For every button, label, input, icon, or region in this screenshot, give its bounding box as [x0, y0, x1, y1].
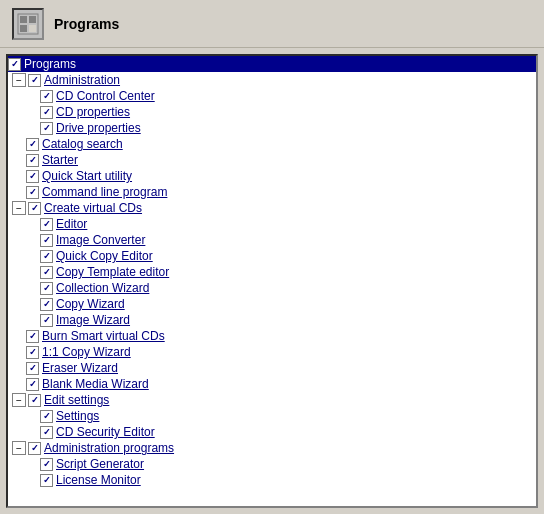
- checkbox-cd-security-editor[interactable]: [40, 426, 53, 439]
- label-starter: Starter: [42, 153, 78, 167]
- checkbox-script-generator[interactable]: [40, 458, 53, 471]
- label-eraser-wizard: Eraser Wizard: [42, 361, 118, 375]
- tree-item-script-generator[interactable]: Script Generator: [8, 456, 536, 472]
- window-icon: [12, 8, 44, 40]
- expand-btn-administration-programs[interactable]: −: [12, 441, 26, 455]
- checkbox-drive-properties[interactable]: [40, 122, 53, 135]
- tree-item-cd-security-editor[interactable]: CD Security Editor: [8, 424, 536, 440]
- expand-btn-administration[interactable]: −: [12, 73, 26, 87]
- checkbox-settings[interactable]: [40, 410, 53, 423]
- tree-item-collection-wizard[interactable]: Collection Wizard: [8, 280, 536, 296]
- label-edit-settings: Edit settings: [44, 393, 109, 407]
- checkbox-collection-wizard[interactable]: [40, 282, 53, 295]
- checkbox-cd-control-center[interactable]: [40, 90, 53, 103]
- label-administration-programs: Administration programs: [44, 441, 174, 455]
- label-image-wizard: Image Wizard: [56, 313, 130, 327]
- tree-item-copy-template-editor[interactable]: Copy Template editor: [8, 264, 536, 280]
- tree-item-create-virtual-cds[interactable]: − Create virtual CDs: [8, 200, 536, 216]
- title-bar: Programs: [0, 0, 544, 48]
- checkbox-administration-programs[interactable]: [28, 442, 41, 455]
- label-quick-start-utility: Quick Start utility: [42, 169, 132, 183]
- label-copy-template-editor: Copy Template editor: [56, 265, 169, 279]
- svg-rect-1: [20, 16, 27, 23]
- tree-item-11-copy-wizard[interactable]: 1:1 Copy Wizard: [8, 344, 536, 360]
- checkbox-editor[interactable]: [40, 218, 53, 231]
- tree-item-administration-programs[interactable]: − Administration programs: [8, 440, 536, 456]
- label-image-converter: Image Converter: [56, 233, 145, 247]
- expand-btn-create-virtual-cds[interactable]: −: [12, 201, 26, 215]
- checkbox-11-copy-wizard[interactable]: [26, 346, 39, 359]
- label-command-line-program: Command line program: [42, 185, 167, 199]
- tree-container[interactable]: Programs − Administration CD Control Cen…: [6, 54, 538, 508]
- root-checkbox[interactable]: [8, 58, 21, 71]
- tree-item-starter[interactable]: Starter: [8, 152, 536, 168]
- label-cd-security-editor: CD Security Editor: [56, 425, 155, 439]
- window-title: Programs: [54, 16, 119, 32]
- tree-item-eraser-wizard[interactable]: Eraser Wizard: [8, 360, 536, 376]
- tree-item-edit-settings[interactable]: − Edit settings: [8, 392, 536, 408]
- tree-item-quick-copy-editor[interactable]: Quick Copy Editor: [8, 248, 536, 264]
- tree-item-drive-properties[interactable]: Drive properties: [8, 120, 536, 136]
- tree-item-settings[interactable]: Settings: [8, 408, 536, 424]
- tree-item-command-line-program[interactable]: Command line program: [8, 184, 536, 200]
- label-blank-media-wizard: Blank Media Wizard: [42, 377, 149, 391]
- checkbox-copy-wizard[interactable]: [40, 298, 53, 311]
- label-script-generator: Script Generator: [56, 457, 144, 471]
- checkbox-edit-settings[interactable]: [28, 394, 41, 407]
- tree-item-catalog-search[interactable]: Catalog search: [8, 136, 536, 152]
- checkbox-command-line-program[interactable]: [26, 186, 39, 199]
- label-catalog-search: Catalog search: [42, 137, 123, 151]
- label-create-virtual-cds: Create virtual CDs: [44, 201, 142, 215]
- label-settings: Settings: [56, 409, 99, 423]
- tree-item-blank-media-wizard[interactable]: Blank Media Wizard: [8, 376, 536, 392]
- tree-item-license-monitor[interactable]: License Monitor: [8, 472, 536, 488]
- checkbox-cd-properties[interactable]: [40, 106, 53, 119]
- tree-item-cd-properties[interactable]: CD properties: [8, 104, 536, 120]
- tree-item-administration[interactable]: − Administration: [8, 72, 536, 88]
- svg-rect-2: [20, 25, 27, 32]
- label-burn-smart: Burn Smart virtual CDs: [42, 329, 165, 343]
- checkbox-license-monitor[interactable]: [40, 474, 53, 487]
- checkbox-image-wizard[interactable]: [40, 314, 53, 327]
- tree-item-cd-control-center[interactable]: CD Control Center: [8, 88, 536, 104]
- root-label: Programs: [24, 57, 76, 71]
- tree-item-image-wizard[interactable]: Image Wizard: [8, 312, 536, 328]
- svg-rect-3: [29, 16, 36, 23]
- expand-btn-edit-settings[interactable]: −: [12, 393, 26, 407]
- checkbox-image-converter[interactable]: [40, 234, 53, 247]
- checkbox-catalog-search[interactable]: [26, 138, 39, 151]
- checkbox-starter[interactable]: [26, 154, 39, 167]
- checkbox-create-virtual-cds[interactable]: [28, 202, 41, 215]
- label-11-copy-wizard: 1:1 Copy Wizard: [42, 345, 131, 359]
- label-administration: Administration: [44, 73, 120, 87]
- checkbox-eraser-wizard[interactable]: [26, 362, 39, 375]
- window: Programs Programs − Administration CD Co…: [0, 0, 544, 514]
- tree-item-copy-wizard[interactable]: Copy Wizard: [8, 296, 536, 312]
- label-license-monitor: License Monitor: [56, 473, 141, 487]
- tree-item-burn-smart[interactable]: Burn Smart virtual CDs: [8, 328, 536, 344]
- checkbox-administration[interactable]: [28, 74, 41, 87]
- checkbox-burn-smart[interactable]: [26, 330, 39, 343]
- label-copy-wizard: Copy Wizard: [56, 297, 125, 311]
- tree-root[interactable]: Programs: [8, 56, 536, 72]
- checkbox-blank-media-wizard[interactable]: [26, 378, 39, 391]
- tree-item-image-converter[interactable]: Image Converter: [8, 232, 536, 248]
- label-quick-copy-editor: Quick Copy Editor: [56, 249, 153, 263]
- checkbox-quick-start-utility[interactable]: [26, 170, 39, 183]
- tree-item-editor[interactable]: Editor: [8, 216, 536, 232]
- label-collection-wizard: Collection Wizard: [56, 281, 149, 295]
- label-editor: Editor: [56, 217, 87, 231]
- checkbox-copy-template-editor[interactable]: [40, 266, 53, 279]
- content-area: Programs − Administration CD Control Cen…: [0, 48, 544, 514]
- label-cd-properties: CD properties: [56, 105, 130, 119]
- tree-item-quick-start-utility[interactable]: Quick Start utility: [8, 168, 536, 184]
- checkbox-quick-copy-editor[interactable]: [40, 250, 53, 263]
- svg-rect-4: [29, 25, 36, 32]
- label-cd-control-center: CD Control Center: [56, 89, 155, 103]
- label-drive-properties: Drive properties: [56, 121, 141, 135]
